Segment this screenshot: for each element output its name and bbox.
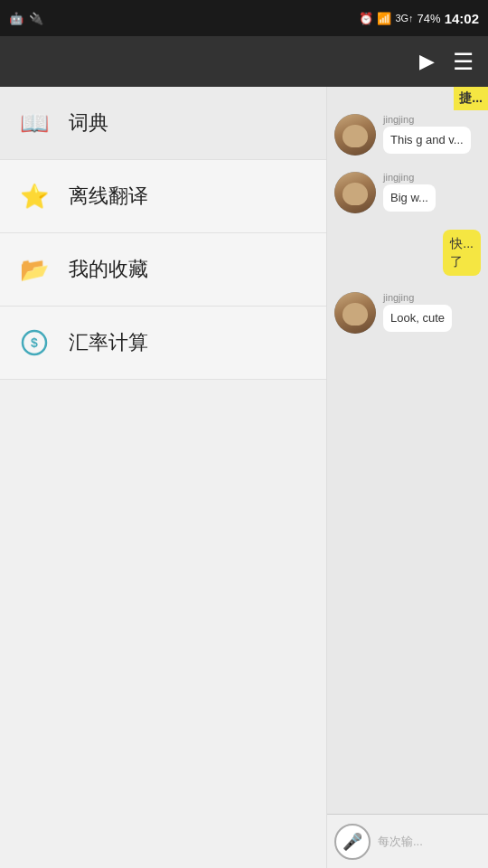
clock-display: 14:02: [445, 11, 479, 26]
chat-bubble-1: This g and v...: [383, 127, 471, 154]
star-icon: ⭐: [18, 180, 51, 212]
sidebar-item-favorites[interactable]: 📂 我的收藏: [0, 233, 326, 307]
coin-icon: $: [18, 326, 51, 359]
sender-name-1: jingjing: [383, 114, 471, 125]
avatar-3: [334, 292, 376, 334]
shortcut-button[interactable]: 捷...: [454, 87, 488, 110]
chat-panel: 捷... jingjing This g and v...: [327, 87, 488, 868]
sender-name-2: jingjing: [383, 172, 436, 183]
chat-message-2: jingjing Big w...: [334, 172, 481, 213]
dictionary-label: 词典: [69, 109, 108, 137]
favorites-label: 我的收藏: [69, 256, 148, 283]
sent-text: 快...了: [450, 236, 474, 269]
sidebar: 📖 词典 ⭐ 离线翻译 📂 我的收藏 $ 汇率计算: [0, 87, 327, 868]
svg-text:$: $: [31, 335, 38, 350]
msg-group-1: jingjing This g and v...: [383, 114, 471, 154]
battery-icon: 74%: [418, 12, 441, 25]
folder-icon: 📂: [18, 253, 51, 286]
offline-translate-label: 离线翻译: [69, 183, 148, 210]
chat-bubble-2: Big w...: [383, 184, 436, 212]
android-icon: 🤖: [9, 12, 23, 25]
avatar-1: [334, 114, 376, 156]
msg-group-4: jingjing Look, cute: [383, 292, 452, 332]
chat-message-1: jingjing This g and v...: [334, 114, 481, 156]
usb-icon: 🔌: [29, 12, 43, 25]
clock-icon: ⏰: [359, 12, 373, 25]
forward-arrow-icon[interactable]: ▶: [419, 50, 435, 73]
sidebar-item-exchange-rate[interactable]: $ 汇率计算: [0, 307, 326, 380]
mic-button[interactable]: 🎤: [334, 824, 371, 860]
chat-messages: jingjing This g and v... jingjing Big w.…: [327, 87, 488, 814]
sidebar-item-dictionary[interactable]: 📖 词典: [0, 87, 326, 160]
msg-group-2: jingjing Big w...: [383, 172, 436, 212]
wifi-icon: 📶: [377, 12, 391, 25]
sender-name-4: jingjing: [383, 292, 452, 303]
main-container: 📖 词典 ⭐ 离线翻译 📂 我的收藏 $ 汇率计算 捷...: [0, 87, 488, 868]
chat-bubble-sent: 快...了: [443, 230, 481, 276]
input-hint[interactable]: 每次输...: [378, 834, 481, 850]
sidebar-item-offline-translate[interactable]: ⭐ 离线翻译: [0, 160, 326, 233]
exchange-rate-label: 汇率计算: [69, 329, 148, 356]
status-bar: 🤖 🔌 ⏰ 📶 3G↑ 74% 14:02: [0, 0, 488, 36]
book-icon: 📖: [18, 107, 51, 139]
input-bar: 🎤 每次输...: [327, 814, 488, 868]
top-nav: ▶ ☰: [0, 36, 488, 87]
hamburger-menu-icon[interactable]: ☰: [453, 48, 474, 76]
chat-message-3-sent: 快...了: [334, 230, 481, 276]
signal-strength: 3G↑: [395, 13, 413, 24]
chat-bubble-4: Look, cute: [383, 305, 452, 332]
status-left-icons: 🤖 🔌: [9, 12, 43, 25]
chat-message-4: jingjing Look, cute: [334, 292, 481, 334]
avatar-2: [334, 172, 376, 213]
status-right-icons: ⏰ 📶 3G↑ 74% 14:02: [359, 11, 479, 26]
